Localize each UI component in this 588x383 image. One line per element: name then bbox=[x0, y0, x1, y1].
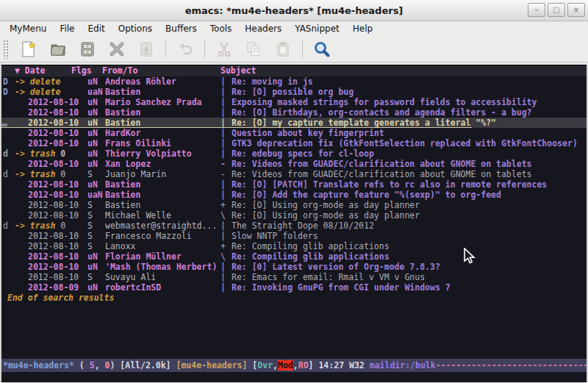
message-row[interactable]: d -> trash 0 S Juanjo Marín - Re: Videos… bbox=[1, 169, 587, 179]
message-row[interactable]: 2012-08-10 S Bastien + Re: [O] Using org… bbox=[1, 200, 587, 210]
message-row[interactable]: d -> trash 0 uN Thierry Volpiatto | Re: … bbox=[1, 148, 587, 159]
modeline-modified-flag: Mod bbox=[278, 360, 293, 371]
mark-char bbox=[3, 190, 15, 200]
message-row[interactable]: D -> delete uN Andreas Röhler | Re: movi… bbox=[1, 76, 587, 87]
toolbar-separator bbox=[302, 40, 303, 58]
search-button[interactable] bbox=[312, 40, 331, 59]
message-row[interactable]: 2012-08-10 S Francesco Mazzoli | Slow NN… bbox=[1, 231, 587, 241]
maximize-icon: □ bbox=[553, 7, 559, 14]
search-icon bbox=[313, 40, 331, 58]
message-row[interactable]: 2012-08-10 uaN Bastien | Re: [O] Add the… bbox=[1, 190, 587, 200]
message-flags: uN bbox=[87, 76, 105, 87]
message-from: 'Mash (Thomas Herbert) bbox=[105, 262, 220, 272]
mark-char bbox=[3, 118, 15, 128]
mark-char bbox=[3, 272, 15, 282]
mark-char bbox=[3, 200, 15, 210]
message-flags: S bbox=[87, 169, 105, 179]
echo-area[interactable] bbox=[1, 372, 587, 382]
column-date[interactable]: ▼ Date bbox=[15, 65, 46, 76]
window-controls: – □ × bbox=[528, 3, 585, 17]
menu-item-options[interactable]: Options bbox=[112, 24, 159, 34]
mark-char: d bbox=[3, 169, 15, 179]
open-file-button[interactable] bbox=[49, 40, 68, 59]
close-buffer-button[interactable] bbox=[107, 40, 126, 59]
message-row[interactable]: 2012-08-10 S Michael Welle \ Re: [O] Usi… bbox=[1, 210, 587, 221]
save-as-button-disabled bbox=[137, 40, 156, 59]
thread-indicator: | bbox=[220, 179, 232, 190]
mark-char bbox=[3, 282, 15, 293]
message-row[interactable]: 2012-08-10 uN Bastien | Re: [O] my captu… bbox=[1, 118, 587, 128]
message-date: 2012-08-10 bbox=[15, 128, 79, 138]
message-row[interactable]: d -> trash 0 S webmaster@straightd... | … bbox=[1, 221, 587, 231]
message-date bbox=[65, 221, 79, 231]
message-row[interactable]: 2012-08-10 uN Mario Sanchez Prada | Expo… bbox=[1, 97, 587, 107]
menu-item-tools[interactable]: Tools bbox=[204, 24, 239, 34]
message-date: 2012-08-09 bbox=[15, 282, 79, 293]
message-date: 2012-08-10 bbox=[15, 190, 79, 200]
titlebar[interactable]: emacs: *mu4e-headers* [mu4e-headers] – □… bbox=[0, 0, 588, 21]
menu-item-yasnippet[interactable]: YASnippet bbox=[288, 24, 346, 34]
mark-char bbox=[3, 231, 15, 241]
message-row[interactable]: 2012-08-10 uN Bastien | Re: [O] Birthday… bbox=[1, 107, 587, 118]
thread-indicator: | bbox=[220, 76, 232, 87]
mark-char: D bbox=[3, 76, 15, 87]
thread-indicator: | bbox=[220, 221, 232, 231]
message-subject: Re: [O] Birthdays, org-contacts and agen… bbox=[232, 107, 587, 118]
message-row[interactable]: 2012-08-10 uN Florian Müllner \ Re: Comp… bbox=[1, 251, 587, 262]
message-date: 2012-08-10 bbox=[15, 210, 79, 221]
message-row[interactable]: D -> delete uaN Bastien | Re: [O] possib… bbox=[1, 87, 587, 97]
message-flags: S bbox=[87, 210, 105, 221]
message-row[interactable]: 2012-08-09 uN robertcInSD | Re: Invoking… bbox=[1, 282, 587, 293]
minimize-button[interactable]: – bbox=[528, 3, 545, 17]
close-icon: × bbox=[573, 7, 579, 14]
message-row[interactable]: 2012-08-10 uN Frans Oilinki | GTK3 depre… bbox=[1, 138, 587, 148]
message-flags: S bbox=[87, 200, 105, 210]
message-from: Suvayu Ali bbox=[105, 272, 220, 282]
save-icon bbox=[79, 40, 96, 58]
message-row[interactable]: 2012-08-10 uN Bastien | Re: [O] [PATCH] … bbox=[1, 179, 587, 190]
thread-indicator: | bbox=[220, 97, 232, 107]
column-from-to[interactable]: From/To bbox=[102, 65, 137, 76]
message-subject: Re: [O] Add the capture feature "%(sexp)… bbox=[232, 190, 587, 200]
message-row[interactable]: 2012-08-10 uN HardKor | Question about k… bbox=[1, 128, 587, 138]
message-row[interactable]: 2012-08-10 uN 'Mash (Thomas Herbert) | R… bbox=[1, 262, 587, 272]
message-flags: uN bbox=[87, 262, 105, 272]
message-date: 2012-08-10 bbox=[15, 241, 79, 251]
modeline[interactable]: *mu4e-headers* ( 5, 0) [All/2.0k] [mu4e-… bbox=[1, 359, 587, 372]
message-from: Bastien bbox=[105, 118, 220, 128]
thread-indicator: - bbox=[220, 159, 232, 169]
emacs-window: emacs: *mu4e-headers* [mu4e-headers] – □… bbox=[0, 0, 588, 383]
mark-char bbox=[3, 251, 15, 262]
thread-indicator: | bbox=[220, 87, 232, 97]
close-x-icon bbox=[108, 40, 126, 58]
maximize-button[interactable]: □ bbox=[548, 3, 565, 17]
menu-item-edit[interactable]: Edit bbox=[82, 24, 112, 34]
save-button[interactable] bbox=[78, 40, 97, 59]
new-file-button[interactable] bbox=[19, 40, 38, 59]
thread-indicator: + bbox=[220, 241, 232, 251]
copy-button-disabled bbox=[244, 40, 263, 59]
message-from: Lanoxx bbox=[105, 241, 220, 251]
message-row[interactable]: 2012-08-10 S Lanoxx + Re: Compiling glib… bbox=[1, 241, 587, 251]
mark-char: D bbox=[3, 87, 15, 97]
column-subject[interactable]: Subject bbox=[220, 65, 256, 76]
column-flags[interactable]: Flgs bbox=[71, 65, 92, 76]
close-button[interactable]: × bbox=[567, 3, 585, 17]
message-flags: uN bbox=[87, 107, 105, 118]
thread-indicator: + bbox=[220, 200, 232, 210]
paste-clipboard-icon bbox=[274, 40, 292, 58]
message-row[interactable]: 2012-08-10 S Suvayu Ali | Re: Emacs for … bbox=[1, 272, 587, 282]
modeline-filler: ------------------------------ bbox=[436, 360, 587, 371]
mark-char bbox=[3, 107, 15, 118]
message-row[interactable]: 2012-08-10 uN Xan Lopez - Re: Videos fro… bbox=[1, 159, 587, 169]
menu-item-file[interactable]: File bbox=[53, 24, 81, 34]
message-date: 2012-08-10 bbox=[15, 200, 79, 210]
menu-item-buffers[interactable]: Buffers bbox=[159, 24, 204, 34]
menu-item-headers[interactable]: Headers bbox=[238, 24, 288, 34]
toolbar-grip[interactable] bbox=[3, 40, 10, 59]
menu-item-mymenu[interactable]: MyMenu bbox=[3, 24, 53, 34]
message-subject: GTK3 deprecation fix (GtkFontSelection r… bbox=[232, 138, 587, 148]
message-from: Thierry Volpiatto bbox=[105, 148, 220, 159]
message-date: 2012-08-10 bbox=[15, 159, 79, 169]
menu-item-help[interactable]: Help bbox=[346, 24, 379, 34]
